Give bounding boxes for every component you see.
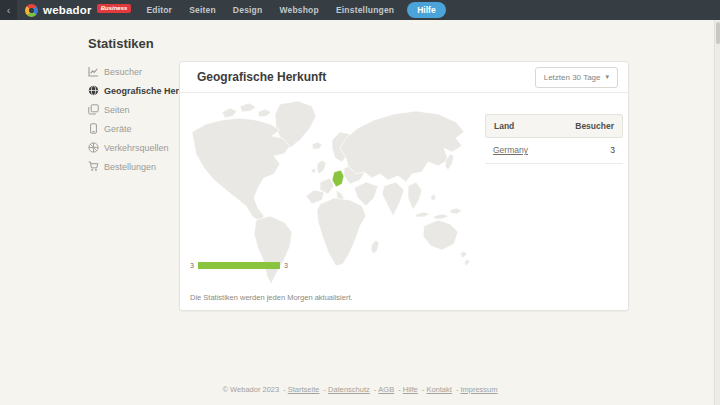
geographic-origin-panel: Geografische Herkunft Letzten 30 Tage ▾: [179, 61, 629, 311]
topbar: ‹ webador Business Editor Seiten Design …: [0, 0, 720, 20]
visitor-count: 3: [610, 145, 615, 155]
back-button[interactable]: ‹: [0, 0, 17, 20]
help-button[interactable]: Hilfe: [407, 2, 445, 18]
table-row: Germany 3: [485, 138, 623, 164]
footer-link-datenschutz[interactable]: Datenschutz: [328, 385, 370, 394]
brand[interactable]: webador Business: [25, 4, 131, 17]
sidebar-item-label: Bestellungen: [104, 162, 156, 172]
sidebar-item-verkehrsquellen[interactable]: Verkehrsquellen: [88, 138, 180, 157]
mobile-icon: [88, 123, 99, 134]
legend-min: 3: [190, 262, 194, 269]
column-header-land: Land: [494, 121, 514, 131]
countries-table: Land Besucher Germany 3: [485, 114, 623, 164]
legend-max: 3: [284, 262, 288, 269]
plan-badge: Business: [97, 4, 132, 13]
scrollbar[interactable]: [714, 20, 720, 405]
pages-icon: [88, 104, 99, 115]
sidebar-item-geografische-herkunft[interactable]: Geografische Herkunft: [88, 81, 180, 100]
update-note: Die Statistiken werden jeden Morgen aktu…: [190, 293, 353, 302]
statistics-sidebar: Besucher Geografische Herkunft Seiten Ge…: [88, 62, 180, 176]
footer-link-kontakt[interactable]: Kontakt: [426, 385, 451, 394]
webador-logo-icon: [25, 4, 38, 17]
wheel-icon: [88, 142, 99, 153]
panel-title: Geografische Herkunft: [197, 70, 326, 84]
copyright: © Webador 2023: [222, 385, 279, 394]
main-nav: Editor Seiten Design Webshop Einstellung…: [146, 5, 394, 15]
sidebar-item-besucher[interactable]: Besucher: [88, 62, 180, 81]
footer-link-startseite[interactable]: Startseite: [288, 385, 320, 394]
page-footer: © Webador 2023 -Startseite -Datenschutz …: [0, 385, 720, 394]
sidebar-item-bestellungen[interactable]: Bestellungen: [88, 157, 180, 176]
sidebar-item-geraete[interactable]: Geräte: [88, 119, 180, 138]
sidebar-item-label: Seiten: [104, 105, 130, 115]
sidebar-item-label: Verkehrsquellen: [104, 143, 169, 153]
nav-webshop[interactable]: Webshop: [279, 5, 319, 15]
map-legend: 3 3: [190, 262, 288, 269]
sidebar-item-label: Geräte: [104, 124, 132, 134]
footer-link-hilfe[interactable]: Hilfe: [403, 385, 418, 394]
sidebar-item-seiten[interactable]: Seiten: [88, 100, 180, 119]
nav-editor[interactable]: Editor: [146, 5, 172, 15]
footer-link-impressum[interactable]: Impressum: [460, 385, 497, 394]
line-chart-icon: [88, 66, 99, 77]
globe-icon: [88, 85, 99, 96]
date-range-dropdown[interactable]: Letzten 30 Tage ▾: [535, 67, 618, 88]
legend-gradient-bar: [198, 262, 280, 269]
cart-icon: [88, 161, 99, 172]
nav-einstellungen[interactable]: Einstellungen: [336, 5, 394, 15]
world-map[interactable]: 3 3 Die Statistiken werden jeden Morgen …: [188, 98, 472, 304]
date-range-label: Letzten 30 Tage: [544, 73, 601, 82]
table-header-row: Land Besucher: [485, 114, 623, 138]
sidebar-item-label: Besucher: [104, 67, 142, 77]
column-header-besucher: Besucher: [575, 121, 614, 131]
brand-name: webador: [43, 4, 92, 16]
nav-design[interactable]: Design: [233, 5, 263, 15]
country-link[interactable]: Germany: [493, 145, 528, 155]
nav-seiten[interactable]: Seiten: [189, 5, 216, 15]
page-title: Statistiken: [88, 36, 154, 51]
footer-link-agb[interactable]: AGB: [378, 385, 394, 394]
map-country-germany: [332, 170, 344, 187]
chevron-left-icon: ‹: [7, 4, 11, 16]
scrollbar-thumb[interactable]: [716, 22, 720, 44]
panel-header: Geografische Herkunft Letzten 30 Tage ▾: [180, 62, 628, 93]
chevron-down-icon: ▾: [605, 73, 609, 81]
